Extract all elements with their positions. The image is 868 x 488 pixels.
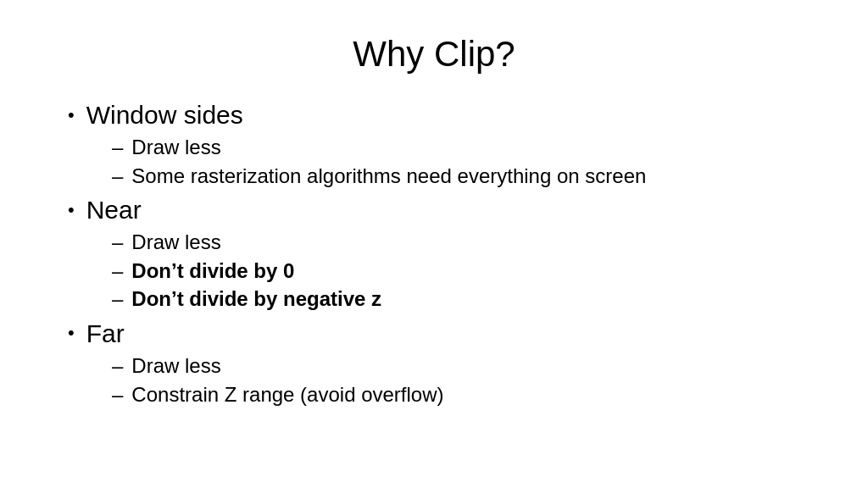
bullet-near: • Near – Draw less – Don’t divide by 0 –… (68, 193, 817, 313)
sub-item-ws-draw-less: – Draw less (112, 133, 817, 162)
sub-items-far: – Draw less – Constrain Z range (avoid o… (68, 352, 817, 408)
sub-item-far-draw-less: – Draw less (112, 352, 817, 380)
sub-item-near-draw-less: – Draw less (112, 228, 817, 257)
sub-text-ws-draw-less: Draw less (131, 133, 220, 162)
sub-text-near-draw-less: Draw less (131, 228, 220, 257)
bullet-dot-far: • (68, 324, 75, 342)
bullet-label-near: Near (86, 193, 142, 226)
sub-text-near-divide-neg: Don’t divide by negative z (131, 285, 381, 313)
sub-dash: – (112, 257, 123, 286)
sub-dash: – (112, 352, 123, 380)
sub-item-ws-rasterization: – Some rasterization algorithms need eve… (112, 162, 817, 191)
bullet-label-far: Far (86, 317, 125, 350)
sub-text-ws-rasterization: Some rasterization algorithms need every… (131, 162, 646, 191)
sub-text-far-constrain: Constrain Z range (avoid overflow) (131, 380, 443, 409)
sub-item-near-divide-neg: – Don’t divide by negative z (112, 285, 817, 313)
bullet-dot-window-sides: • (68, 106, 75, 125)
sub-dash: – (112, 285, 123, 313)
bullet-label-window-sides: Window sides (86, 98, 243, 131)
sub-item-near-divide-zero: – Don’t divide by 0 (112, 257, 817, 286)
sub-dash: – (112, 133, 123, 162)
sub-text-far-draw-less: Draw less (131, 352, 220, 380)
bullet-far: • Far – Draw less – Constrain Z range (a… (68, 317, 817, 408)
sub-dash: – (112, 380, 123, 409)
sub-items-near: – Draw less – Don’t divide by 0 – Don’t … (68, 228, 817, 313)
bullet-window-sides: • Window sides – Draw less – Some raster… (68, 98, 817, 190)
slide: Why Clip? • Window sides – Draw less – S… (0, 0, 868, 488)
bullet-dot-near: • (68, 201, 75, 219)
content-area: • Window sides – Draw less – Some raster… (51, 98, 817, 412)
sub-dash: – (112, 228, 123, 257)
sub-dash: – (112, 162, 123, 191)
sub-item-far-constrain: – Constrain Z range (avoid overflow) (112, 380, 817, 409)
slide-title: Why Clip? (51, 34, 817, 75)
sub-items-window-sides: – Draw less – Some rasterization algorit… (68, 133, 817, 190)
sub-text-near-divide-zero: Don’t divide by 0 (131, 257, 294, 286)
